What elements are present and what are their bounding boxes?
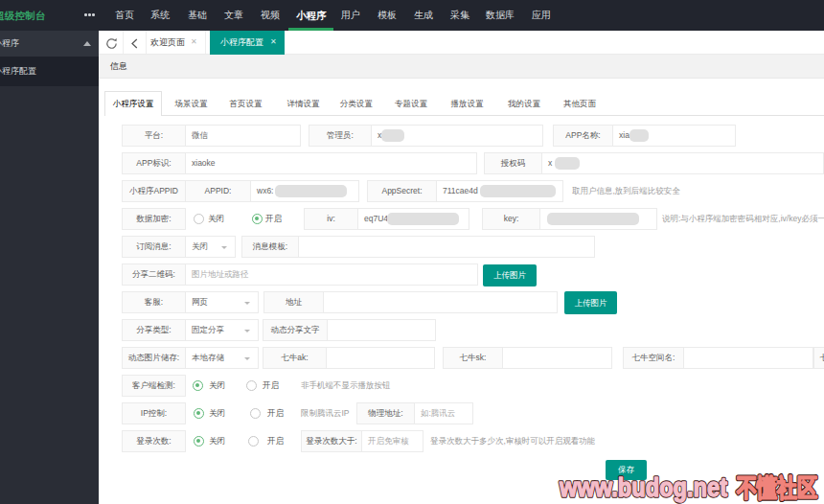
svg-text:不懂社区: 不懂社区 [736, 473, 817, 502]
svg-text:www.budog.net: www.budog.net [559, 472, 727, 502]
